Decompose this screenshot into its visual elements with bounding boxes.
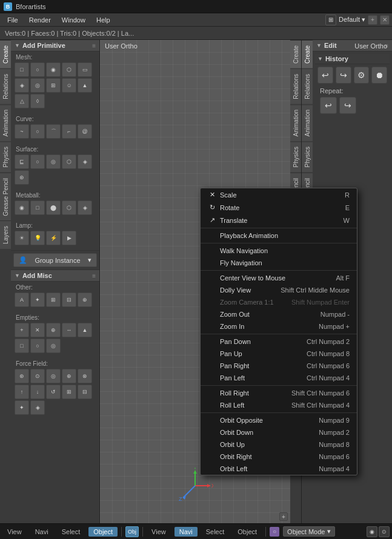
force-5[interactable]: ⊗: [78, 369, 92, 383]
tool-m2[interactable]: △: [15, 94, 29, 108]
lamp-4[interactable]: ▶: [62, 231, 76, 245]
ctx-pan-down[interactable]: Pan Down Ctrl Numpad 2: [201, 336, 357, 348]
surface-5[interactable]: ◈: [78, 154, 92, 169]
ctx-roll-right[interactable]: Roll Right Shift Ctrl Numpad 6: [201, 387, 357, 399]
force-6[interactable]: ↑: [15, 385, 29, 399]
ctx-pan-up[interactable]: Pan Up Ctrl Numpad 8: [201, 348, 357, 360]
vp-btn-1[interactable]: ◉: [367, 526, 377, 537]
bottom-tab-navi-left[interactable]: Navi: [30, 527, 53, 537]
repeat-icon-2[interactable]: ↪: [339, 97, 356, 114]
menu-render[interactable]: Render: [24, 15, 56, 25]
force-11[interactable]: ✦: [15, 400, 29, 415]
screen-selector[interactable]: Default ▾: [339, 16, 365, 24]
history-icon-2[interactable]: ↪: [336, 67, 351, 84]
meta-3[interactable]: ⬤: [46, 200, 61, 215]
curve-circle[interactable]: ○: [30, 124, 45, 139]
force-10[interactable]: ⊟: [78, 385, 92, 399]
meta-1[interactable]: ◉: [15, 200, 29, 215]
lamp-2[interactable]: 💡: [30, 231, 45, 245]
right-tab-relations[interactable]: Relations: [302, 68, 313, 104]
group-instance-button[interactable]: 👤 Group Instance ▾: [13, 253, 97, 267]
meta-2[interactable]: □: [30, 200, 45, 215]
surface-2[interactable]: ○: [30, 154, 45, 169]
other-1[interactable]: A: [15, 293, 29, 307]
sidebar-tab-physics[interactable]: Physics: [0, 141, 11, 172]
add-screen-btn[interactable]: +: [368, 15, 377, 25]
curve-spiral[interactable]: @: [78, 124, 92, 139]
bottom-tab-navi-right[interactable]: Navi: [174, 527, 198, 537]
other-3[interactable]: ⊞: [46, 293, 61, 307]
tool-grid[interactable]: ⊞: [46, 78, 61, 93]
curve-nurbs[interactable]: ⌒: [46, 124, 61, 139]
empty-5[interactable]: ▲: [78, 323, 92, 337]
ctx-fly-nav[interactable]: Fly Navigation: [201, 257, 357, 269]
ctx-orbit-opposite[interactable]: Orbit Opposite Numpad 9: [201, 414, 357, 426]
tool-box[interactable]: □: [15, 62, 29, 77]
viewport-toggle-btn[interactable]: Obj: [125, 526, 139, 537]
rvtab-physics[interactable]: Physics: [290, 141, 301, 172]
curve-bezier[interactable]: ~: [15, 124, 29, 139]
force-2[interactable]: ⊙: [30, 369, 45, 383]
other-5[interactable]: ⊕: [78, 293, 92, 307]
mode-selector[interactable]: Object Mode ▾: [283, 526, 335, 537]
right-tab-physics[interactable]: Physics: [302, 141, 313, 172]
surface-1[interactable]: ⊑: [15, 154, 29, 169]
empty-1[interactable]: +: [15, 323, 29, 337]
bottom-tab-object-right[interactable]: Object: [233, 527, 262, 537]
ctx-walk-nav[interactable]: Walk Navigation: [201, 245, 357, 257]
sidebar-tab-layers[interactable]: Layers: [0, 220, 11, 249]
ctx-zoom-out[interactable]: Zoom Out Numpad -: [201, 308, 357, 320]
bottom-tab-select-right[interactable]: Select: [201, 527, 230, 537]
menu-window[interactable]: Window: [57, 15, 90, 25]
ctx-pan-left[interactable]: Pan Left Ctrl Numpad 4: [201, 372, 357, 384]
other-4[interactable]: ⊟: [62, 293, 76, 307]
bottom-tab-select-left[interactable]: Select: [57, 527, 85, 537]
force-3[interactable]: ◎: [46, 369, 61, 383]
tool-sphere[interactable]: ◉: [46, 62, 61, 77]
ctx-dolly[interactable]: Dolly View Shift Ctrl Middle Mouse: [201, 284, 357, 296]
empty-4[interactable]: ↔: [62, 323, 76, 337]
tool-torus[interactable]: ◎: [30, 78, 45, 93]
surface-3[interactable]: ◎: [46, 154, 61, 169]
ctx-playback[interactable]: Playback Animation: [201, 230, 357, 242]
empty-6[interactable]: □: [15, 339, 29, 353]
ctx-orbit-left[interactable]: Orbit Left Numpad 4: [201, 463, 357, 475]
force-8[interactable]: ↺: [46, 385, 61, 399]
empty-3[interactable]: ⊕: [46, 323, 61, 337]
sidebar-tab-animation[interactable]: Animation: [0, 104, 11, 141]
history-icon-1[interactable]: ↩: [317, 67, 333, 84]
tool-ico[interactable]: ◈: [15, 78, 29, 93]
empty-8[interactable]: ◎: [46, 339, 61, 353]
tool-cylinder[interactable]: ⬡: [62, 62, 76, 77]
tool-circle[interactable]: ○: [30, 62, 45, 77]
menu-help[interactable]: Help: [91, 15, 115, 25]
rvtab-animation[interactable]: Animation: [290, 104, 301, 141]
ctx-zoom-in[interactable]: Zoom In Numpad +: [201, 320, 357, 332]
ctx-scale[interactable]: ✕ Scale R: [201, 188, 357, 201]
force-1[interactable]: ⊛: [15, 369, 29, 383]
rvtab-create[interactable]: Create: [290, 40, 301, 68]
history-icon-3[interactable]: ⚙: [354, 67, 370, 84]
history-icon-4[interactable]: ⏺: [371, 67, 387, 84]
meta-4[interactable]: ⬡: [62, 200, 76, 215]
ctx-pan-right[interactable]: Pan Right Ctrl Numpad 6: [201, 360, 357, 372]
ctx-orbit-up[interactable]: Orbit Up Numpad 8: [201, 438, 357, 451]
ctx-translate[interactable]: ↗ Translate W: [201, 214, 357, 227]
surface-6[interactable]: ⊛: [15, 170, 29, 185]
force-4[interactable]: ⊕: [62, 369, 76, 383]
empty-7[interactable]: ○: [30, 339, 45, 353]
surface-4[interactable]: ⬡: [62, 154, 76, 169]
other-2[interactable]: ✦: [30, 293, 45, 307]
ctx-orbit-down[interactable]: Orbit Down Numpad 2: [201, 426, 357, 438]
bottom-tab-view-right[interactable]: View: [147, 527, 171, 537]
right-tab-create[interactable]: Create: [302, 40, 313, 68]
repeat-icon-1[interactable]: ↩: [320, 97, 337, 114]
force-12[interactable]: ◈: [30, 400, 45, 415]
remove-screen-btn[interactable]: ✕: [380, 15, 390, 25]
bottom-tab-view-left[interactable]: View: [2, 527, 27, 537]
sidebar-tab-relations[interactable]: Relations: [0, 68, 11, 104]
misc-options-icon[interactable]: ≡: [92, 273, 96, 279]
tool-monkey[interactable]: ☺: [62, 78, 76, 93]
panel-options-icon[interactable]: ≡: [92, 42, 96, 49]
ctx-orbit-right[interactable]: Orbit Right Numpad 6: [201, 451, 357, 463]
